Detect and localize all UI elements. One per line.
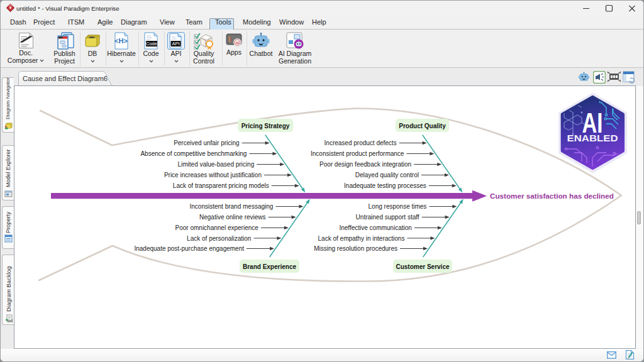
svg-text:Customer satisfaction has decl: Customer satisfaction has declined	[490, 192, 614, 200]
svg-text:Poor design feedback integrati: Poor design feedback integration	[319, 161, 411, 168]
svg-text:Pricing Strategy: Pricing Strategy	[242, 123, 290, 129]
svg-text:Delayed quality control: Delayed quality control	[355, 172, 419, 178]
svg-text:Lack of personalization: Lack of personalization	[187, 235, 251, 242]
svg-text:Increased product defects: Increased product defects	[325, 140, 397, 146]
svg-text:<H>: <H>	[114, 37, 128, 45]
svg-text:Inconsistent brand messaging: Inconsistent brand messaging	[190, 203, 274, 210]
svg-text:ENABLED: ENABLED	[567, 133, 618, 143]
svg-text:API: API	[172, 41, 179, 47]
svg-text:Lack of empathy in interaction: Lack of empathy in interactions	[318, 235, 405, 242]
svg-text:Negative online reviews: Negative online reviews	[199, 214, 266, 221]
svg-text:Poor omnichannel experience: Poor omnichannel experience	[175, 224, 259, 231]
svg-text:Inconsistent product performan: Inconsistent product performance	[311, 150, 404, 157]
svg-text:Lack of transparent pricing mo: Lack of transparent pricing models	[173, 182, 269, 189]
svg-text:Missing resolution procedures: Missing resolution procedures	[314, 245, 397, 252]
svg-text:Perceived unfair pricing: Perceived unfair pricing	[174, 140, 240, 146]
svg-text:Inadequate testing processes: Inadequate testing processes	[344, 182, 426, 189]
svg-text:Untrained support staff: Untrained support staff	[356, 214, 419, 221]
svg-text:AI: AI	[236, 41, 240, 45]
svg-text:Long response times: Long response times	[369, 203, 427, 210]
svg-text:Ineffective communication: Ineffective communication	[339, 224, 411, 231]
svg-text:Absence of competitive benchma: Absence of competitive benchmarking	[140, 150, 247, 157]
svg-text:Brand Experience: Brand Experience	[243, 263, 296, 270]
svg-text:Product Quality: Product Quality	[399, 123, 446, 129]
svg-text:Limited value-based pricing: Limited value-based pricing	[177, 161, 254, 168]
svg-text:Price increases without justif: Price increases without justification	[164, 172, 262, 178]
svg-text:Inadequate post-purchase engag: Inadequate post-purchase engagement	[134, 245, 244, 252]
svg-text:Code: Code	[146, 41, 157, 47]
svg-text:Customer Service: Customer Service	[396, 263, 449, 270]
